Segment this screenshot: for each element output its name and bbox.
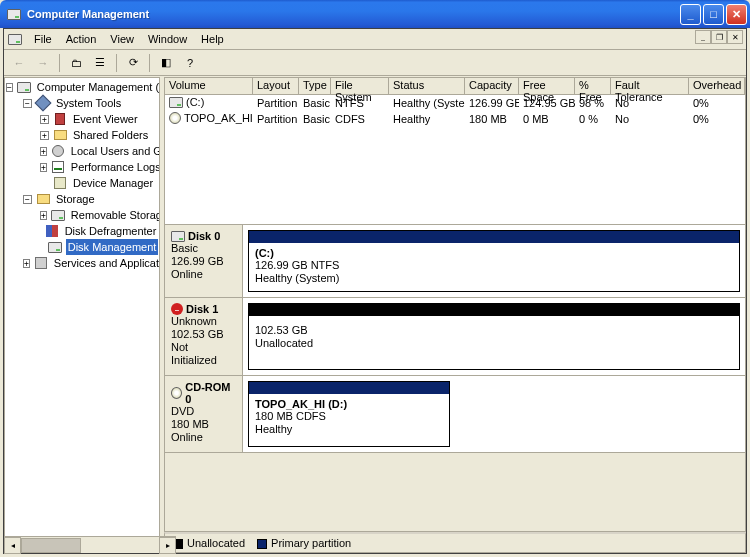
col-volume[interactable]: Volume bbox=[165, 78, 253, 94]
mdi-child-window: File Action View Window Help _ ❐ ✕ ← → 🗀… bbox=[3, 28, 747, 554]
removable-icon bbox=[50, 207, 66, 223]
disk-size: 180 MB bbox=[171, 418, 236, 431]
disk-state: Not Initialized bbox=[171, 341, 236, 367]
window-titlebar: Computer Management _ □ ✕ bbox=[0, 0, 750, 28]
disk-kind: Unknown bbox=[171, 315, 236, 328]
volume-list: Volume Layout Type File System Status Ca… bbox=[164, 77, 746, 225]
app-icon bbox=[6, 6, 22, 22]
perf-icon bbox=[50, 159, 66, 175]
disk-state: Online bbox=[171, 431, 236, 444]
menu-action[interactable]: Action bbox=[59, 31, 104, 47]
nav-tree-pane: −Computer Management (Local) −System Too… bbox=[4, 77, 160, 553]
partition-size: 102.53 GB bbox=[255, 324, 733, 337]
disk-name: CD-ROM 0 bbox=[171, 381, 236, 405]
toolbar: ← → 🗀 ☰ ⟳ ◧ ? bbox=[4, 50, 746, 76]
tree-event-viewer[interactable]: +Event Viewer bbox=[6, 111, 158, 127]
menu-file[interactable]: File bbox=[27, 31, 59, 47]
tree-shared-folders[interactable]: +Shared Folders bbox=[6, 127, 158, 143]
tree-storage[interactable]: −Storage bbox=[6, 191, 158, 207]
disk-partition[interactable]: TOPO_AK_HI (D:)180 MB CDFSHealthy bbox=[248, 381, 450, 447]
maximize-button[interactable]: □ bbox=[703, 4, 724, 25]
tree-removable[interactable]: +Removable Storage bbox=[6, 207, 158, 223]
tree-diskmgmt[interactable]: Disk Management bbox=[6, 239, 158, 255]
refresh-button[interactable]: ⟳ bbox=[122, 52, 144, 74]
up-button[interactable]: 🗀 bbox=[65, 52, 87, 74]
disk-info[interactable]: –Disk 1Unknown102.53 GBNot Initialized bbox=[165, 298, 243, 375]
legend-primary: Primary partition bbox=[257, 537, 351, 549]
col-pct[interactable]: % Free bbox=[575, 78, 611, 94]
col-layout[interactable]: Layout bbox=[253, 78, 299, 94]
tree-hscrollbar[interactable]: ◂ ▸ bbox=[4, 536, 160, 553]
disk-info[interactable]: Disk 0Basic126.99 GBOnline bbox=[165, 225, 243, 297]
event-viewer-icon bbox=[52, 111, 68, 127]
col-type[interactable]: Type bbox=[299, 78, 331, 94]
minimize-button[interactable]: _ bbox=[680, 4, 701, 25]
properties-button[interactable]: ☰ bbox=[89, 52, 111, 74]
mdi-restore-button[interactable]: ❐ bbox=[711, 30, 727, 44]
partition-title: (C:) bbox=[255, 247, 733, 259]
close-button[interactable]: ✕ bbox=[726, 4, 747, 25]
menu-window[interactable]: Window bbox=[141, 31, 194, 47]
mdi-system-icon[interactable] bbox=[7, 31, 23, 47]
mdi-close-button[interactable]: ✕ bbox=[727, 30, 743, 44]
shared-folders-icon bbox=[52, 127, 68, 143]
partition-status: Healthy (System) bbox=[255, 272, 733, 285]
tree-root[interactable]: −Computer Management (Local) bbox=[6, 79, 158, 95]
window-title: Computer Management bbox=[27, 8, 680, 20]
col-overhead[interactable]: Overhead bbox=[689, 78, 745, 94]
tree-defrag[interactable]: Disk Defragmenter bbox=[6, 223, 158, 239]
disk-graphical-view: Disk 0Basic126.99 GBOnline(C:)126.99 GB … bbox=[164, 225, 746, 532]
disk-row: –Disk 1Unknown102.53 GBNot Initialized10… bbox=[165, 298, 745, 376]
services-icon bbox=[33, 255, 49, 271]
disk-name: Disk 0 bbox=[171, 230, 236, 242]
scroll-left-icon[interactable]: ◂ bbox=[4, 537, 21, 553]
volume-list-header: Volume Layout Type File System Status Ca… bbox=[165, 78, 745, 95]
defrag-icon bbox=[44, 223, 60, 239]
partition-status: Healthy bbox=[255, 423, 443, 436]
diskmgmt-icon bbox=[47, 239, 63, 255]
menu-help[interactable]: Help bbox=[194, 31, 231, 47]
disk-size: 102.53 GB bbox=[171, 328, 236, 341]
tree-local-users[interactable]: +Local Users and Groups bbox=[6, 143, 158, 159]
disk-kind: Basic bbox=[171, 242, 236, 255]
tools-icon bbox=[35, 95, 51, 111]
volume-row[interactable]: TOPO_AK_HI (D:)PartitionBasicCDFSHealthy… bbox=[165, 111, 745, 127]
help-button[interactable]: ? bbox=[179, 52, 201, 74]
legend: Unallocated Primary partition bbox=[164, 532, 746, 553]
tree-perf-logs[interactable]: +Performance Logs and Alerts bbox=[6, 159, 158, 175]
disk-kind: DVD bbox=[171, 405, 236, 418]
disk-name: –Disk 1 bbox=[171, 303, 236, 315]
computer-icon bbox=[16, 79, 32, 95]
menu-bar: File Action View Window Help _ ❐ ✕ bbox=[4, 29, 746, 50]
tree-services[interactable]: +Services and Applications bbox=[6, 255, 158, 271]
disk-row: Disk 0Basic126.99 GBOnline(C:)126.99 GB … bbox=[165, 225, 745, 298]
device-mgr-icon bbox=[52, 175, 68, 191]
disk-size: 126.99 GB bbox=[171, 255, 236, 268]
tree-device-mgr[interactable]: Device Manager bbox=[6, 175, 158, 191]
col-capacity[interactable]: Capacity bbox=[465, 78, 519, 94]
disk-partition[interactable]: (C:)126.99 GB NTFSHealthy (System) bbox=[248, 230, 740, 292]
legend-unallocated: Unallocated bbox=[173, 537, 245, 549]
col-status[interactable]: Status bbox=[389, 78, 465, 94]
disk-partition[interactable]: 102.53 GBUnallocated bbox=[248, 303, 740, 370]
forward-button[interactable]: → bbox=[32, 52, 54, 74]
mdi-minimize-button[interactable]: _ bbox=[695, 30, 711, 44]
settings-button[interactable]: ◧ bbox=[155, 52, 177, 74]
scroll-right-icon[interactable]: ▸ bbox=[159, 537, 160, 553]
scroll-thumb[interactable] bbox=[21, 538, 81, 553]
partition-size: 180 MB CDFS bbox=[255, 410, 443, 423]
partition-size: 126.99 GB NTFS bbox=[255, 259, 733, 272]
users-icon bbox=[50, 143, 66, 159]
disk-state: Online bbox=[171, 268, 236, 281]
partition-title: TOPO_AK_HI (D:) bbox=[255, 398, 443, 410]
tree-system-tools[interactable]: −System Tools bbox=[6, 95, 158, 111]
col-fault[interactable]: Fault Tolerance bbox=[611, 78, 689, 94]
back-button[interactable]: ← bbox=[8, 52, 30, 74]
menu-view[interactable]: View bbox=[103, 31, 141, 47]
disk-info[interactable]: CD-ROM 0DVD180 MBOnline bbox=[165, 376, 243, 452]
volume-row[interactable]: (C:)PartitionBasicNTFSHealthy (System)12… bbox=[165, 95, 745, 111]
partition-status: Unallocated bbox=[255, 337, 733, 350]
col-free[interactable]: Free Space bbox=[519, 78, 575, 94]
storage-icon bbox=[35, 191, 51, 207]
col-fs[interactable]: File System bbox=[331, 78, 389, 94]
